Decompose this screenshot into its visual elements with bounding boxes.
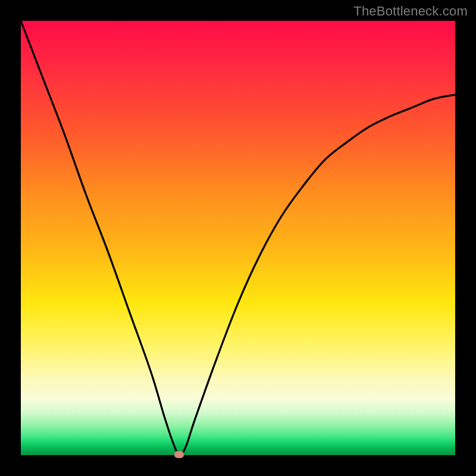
chart-frame: TheBottleneck.com [0, 0, 476, 476]
bottleneck-curve [21, 21, 455, 455]
minimum-point-marker [174, 451, 184, 458]
watermark-text: TheBottleneck.com [353, 4, 468, 19]
plot-area [21, 21, 455, 455]
